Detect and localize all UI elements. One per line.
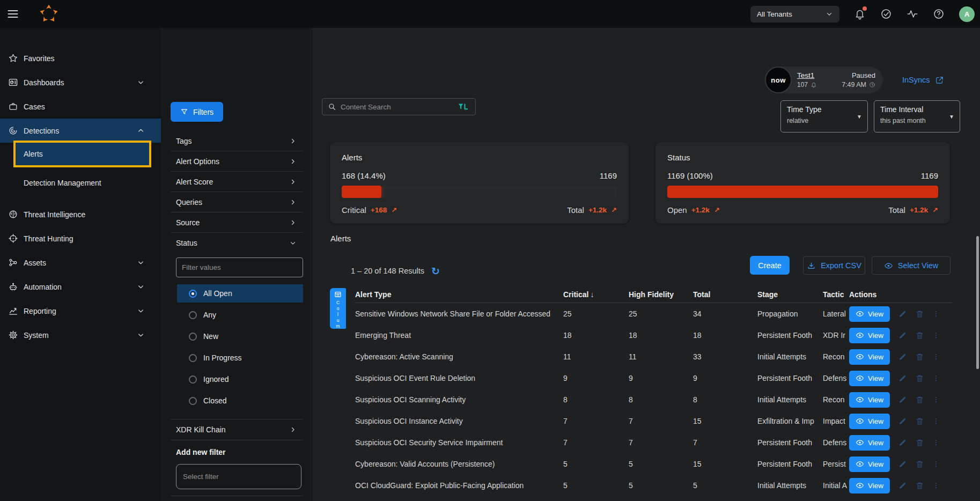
tasks-check-icon[interactable] [880, 8, 892, 20]
notifications-bell-icon[interactable] [854, 8, 866, 20]
tenant-selector[interactable]: All Tenants [750, 6, 839, 23]
edit-pencil-icon[interactable] [898, 395, 907, 404]
cell-alert-type[interactable]: Cybereason: Valid Accounts (Persistence) [355, 460, 563, 468]
lucene-filter-icon[interactable] [457, 102, 470, 112]
cell-alert-type[interactable]: Sensitive Windows Network Share File or … [355, 310, 563, 318]
status-option-any[interactable]: Any [177, 304, 303, 326]
edit-pencil-icon[interactable] [898, 417, 907, 426]
cell-alert-type[interactable]: OCI CloudGuard: Exploit Public-Facing Ap… [355, 481, 563, 490]
view-button[interactable]: View [849, 435, 890, 451]
delete-trash-icon[interactable] [915, 374, 924, 383]
delete-trash-icon[interactable] [915, 460, 924, 469]
refresh-icon[interactable]: ↻ [431, 266, 440, 276]
content-search-input[interactable] [341, 103, 453, 111]
filter-group-status[interactable]: Status [171, 233, 303, 253]
tenant-name-link[interactable]: Test1 [797, 71, 817, 79]
status-option-in-progress[interactable]: In Progress [177, 347, 303, 369]
more-options-kebab-icon[interactable] [932, 374, 940, 382]
view-button[interactable]: View [849, 456, 890, 472]
sidebar-item-threat-hunting[interactable]: Threat Hunting [0, 226, 161, 251]
filter-group-source[interactable]: Source [171, 212, 303, 233]
edit-pencil-icon[interactable] [898, 331, 907, 340]
column-header-total[interactable]: Total [693, 290, 757, 299]
view-button[interactable]: View [849, 371, 890, 386]
status-option-new[interactable]: New [177, 326, 303, 347]
view-button[interactable]: View [849, 414, 890, 429]
edit-pencil-icon[interactable] [898, 481, 907, 490]
more-options-kebab-icon[interactable] [932, 438, 940, 447]
time-interval-dropdown[interactable]: Time Interval this past month ▼ [874, 100, 960, 132]
filter-group-alert-score[interactable]: Alert Score [171, 172, 303, 192]
delete-trash-icon[interactable] [915, 438, 924, 447]
edit-pencil-icon[interactable] [898, 460, 907, 469]
delete-trash-icon[interactable] [915, 395, 924, 404]
more-options-kebab-icon[interactable] [932, 460, 940, 468]
sidebar-item-dashboards[interactable]: Dashboards [0, 70, 161, 94]
sidebar-item-alerts[interactable]: Alerts [16, 143, 149, 165]
columns-tab[interactable]: Columns [330, 288, 346, 329]
export-csv-button[interactable]: Export CSV [803, 256, 865, 275]
filter-values-input[interactable] [176, 257, 303, 277]
more-options-kebab-icon[interactable] [932, 331, 940, 340]
delete-trash-icon[interactable] [915, 310, 924, 319]
sidebar-item-reporting[interactable]: Reporting [0, 299, 161, 323]
filter-group-alert-options[interactable]: Alert Options [171, 151, 303, 172]
edit-pencil-icon[interactable] [898, 438, 907, 447]
delete-trash-icon[interactable] [915, 417, 924, 426]
more-options-kebab-icon[interactable] [932, 481, 940, 490]
more-options-kebab-icon[interactable] [932, 395, 940, 404]
edit-pencil-icon[interactable] [898, 374, 907, 383]
status-option-ignored[interactable]: Ignored [177, 369, 303, 390]
sidebar-item-cases[interactable]: Cases [0, 94, 161, 119]
cell-alert-type[interactable]: Suspicious OCI Event Rule Deletion [355, 374, 563, 382]
view-button[interactable]: View [849, 478, 890, 493]
column-header-alert-type[interactable]: Alert Type [355, 290, 563, 299]
view-button[interactable]: View [849, 306, 890, 322]
filters-button[interactable]: Filters [171, 102, 223, 122]
edit-pencil-icon[interactable] [898, 310, 907, 319]
sidebar-item-detection-management[interactable]: Detection Management [0, 171, 161, 195]
filter-group-queries[interactable]: Queries [171, 192, 303, 212]
activity-pulse-icon[interactable] [907, 8, 918, 20]
sidebar-item-assets[interactable]: Assets [0, 251, 161, 275]
column-header-stage[interactable]: Stage [757, 290, 823, 299]
select-filter-input[interactable] [176, 464, 301, 489]
sensor-status-widget[interactable]: now Test1 107 Paused 7:49 AM [765, 67, 883, 93]
cell-alert-type[interactable]: Suspicious OCI Security Service Impairme… [355, 438, 563, 447]
sidebar-item-automation[interactable]: Automation [0, 275, 161, 299]
filter-group-xdr-kill-chain[interactable]: XDR Kill Chain [171, 419, 303, 440]
view-button[interactable]: View [849, 328, 890, 343]
more-options-kebab-icon[interactable] [932, 417, 940, 425]
edit-pencil-icon[interactable] [898, 352, 907, 362]
view-button[interactable]: View [849, 392, 890, 408]
cell-alert-type[interactable]: Cybereason: Active Scanning [355, 352, 563, 361]
status-option-closed[interactable]: Closed [177, 390, 303, 411]
column-header-actions[interactable]: Actions [849, 290, 952, 299]
cell-alert-type[interactable]: Suspicious OCI Scanning Activity [355, 395, 563, 404]
help-icon[interactable] [933, 8, 945, 20]
delete-trash-icon[interactable] [915, 331, 924, 340]
delete-trash-icon[interactable] [915, 481, 924, 490]
create-button[interactable]: Create [750, 256, 790, 275]
more-options-kebab-icon[interactable] [932, 352, 940, 361]
filter-group-tags[interactable]: Tags [171, 131, 303, 151]
user-avatar[interactable]: A [959, 6, 975, 22]
column-header-high-fidelity[interactable]: High Fidelity [629, 290, 693, 299]
column-header-tactic[interactable]: Tactic [823, 290, 849, 299]
sidebar-item-favorites[interactable]: Favorites [0, 46, 161, 70]
sidebar-item-threat-intelligence[interactable]: Threat Intelligence [0, 202, 161, 226]
status-option-all-open[interactable]: All Open [177, 284, 303, 303]
hamburger-menu-icon[interactable] [6, 8, 19, 20]
sidebar-item-system[interactable]: System [0, 323, 161, 347]
view-button[interactable]: View [849, 349, 890, 365]
vertical-scrollbar[interactable] [976, 236, 979, 369]
time-type-dropdown[interactable]: Time Type relative ▼ [780, 100, 868, 132]
more-options-kebab-icon[interactable] [932, 310, 940, 318]
cell-alert-type[interactable]: Emerging Threat [355, 331, 563, 340]
sidebar-item-detections[interactable]: Detections [0, 119, 161, 143]
cell-alert-type[interactable]: Suspicious OCI Instance Activity [355, 417, 563, 425]
column-header-critical[interactable]: Critical↓ [563, 290, 629, 299]
select-view-button[interactable]: Select View [872, 256, 950, 275]
insyncs-link[interactable]: InSyncs [902, 73, 944, 86]
delete-trash-icon[interactable] [915, 352, 924, 362]
